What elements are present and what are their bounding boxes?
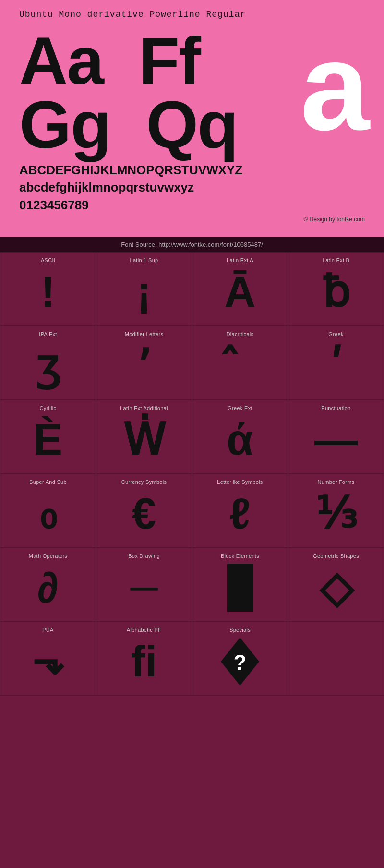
- grid-cell-alphabeticpf: Alphabetic PF ﬁ: [96, 622, 192, 696]
- grid-cell-punctuation: Punctuation —: [288, 400, 384, 474]
- cell-symbol-mathops: ∂: [37, 561, 59, 614]
- cell-label-numberforms: Number Forms: [318, 479, 355, 485]
- top-section: Ubuntu Mono derivative Powerline Regular…: [0, 0, 384, 237]
- cell-label-modifierletters: Modifier Letters: [125, 331, 164, 337]
- grid-row-6: PUA ⬎ Alphabetic PF ﬁ Specials ?: [0, 622, 384, 696]
- svg-text:?: ?: [234, 651, 247, 674]
- cell-label-ascii: ASCII: [41, 257, 55, 263]
- grid-cell-boxdrawing: Box Drawing ─: [96, 548, 192, 622]
- grid-cell-superandsub: Super And Sub ₀: [0, 474, 96, 548]
- letter-display-af: Aa Ff: [19, 29, 200, 93]
- cell-label-latinextb: Latin Ext B: [323, 257, 350, 263]
- grid-cell-modifierletters: Modifier Letters ʼ: [96, 326, 192, 400]
- cell-label-ipaext: IPA Ext: [39, 331, 57, 337]
- grid-cell-empty: [288, 622, 384, 696]
- grid-row-4: Super And Sub ₀ Currency Symbols € Lette…: [0, 474, 384, 548]
- grid-cell-greek: Greek ʹ: [288, 326, 384, 400]
- cell-symbol-punctuation: —: [314, 413, 358, 466]
- cell-label-letterlike: Letterlike Symbols: [217, 479, 263, 485]
- cell-label-alphabeticpf: Alphabetic PF: [127, 627, 161, 633]
- grid-cell-letterlike: Letterlike Symbols ℓ: [192, 474, 288, 548]
- cell-label-greekext: Greek Ext: [228, 405, 252, 411]
- cell-symbol-boxdrawing: ─: [131, 561, 158, 614]
- source-bar: Font Source: http://www.fontke.com/font/…: [0, 237, 384, 252]
- cell-symbol-latinexta: Ā: [225, 265, 256, 318]
- cell-symbol-letterlike: ℓ: [229, 487, 251, 540]
- cell-label-latinextadd: Latin Ext Additional: [120, 405, 168, 411]
- cell-symbol-superandsub: ₀: [39, 487, 57, 540]
- cell-label-blockelements: Block Elements: [221, 553, 259, 559]
- grid-cell-mathops: Math Operators ∂: [0, 548, 96, 622]
- alphabet-section: ABCDEFGHIJKLMNOPQRSTUVWXYZ abcdefghijklm…: [19, 161, 365, 214]
- cell-label-boxdrawing: Box Drawing: [128, 553, 160, 559]
- cell-symbol-specials: ?: [218, 635, 262, 688]
- cell-label-greek: Greek: [328, 331, 343, 337]
- uppercase-line: ABCDEFGHIJKLMNOPQRSTUVWXYZ: [19, 161, 365, 179]
- copyright-text: © Design by fontke.com: [19, 216, 365, 223]
- specials-icon: ?: [218, 635, 262, 688]
- big-letters-container: Aa Ff Gg Qq a: [19, 29, 365, 157]
- grid-cell-pua: PUA ⬎: [0, 622, 96, 696]
- cell-label-mathops: Math Operators: [29, 553, 68, 559]
- cell-symbol-latinextb: ƀ: [323, 265, 350, 318]
- cell-symbol-cyrillic: È: [34, 413, 62, 466]
- cell-symbol-numberforms: ⅓: [315, 487, 357, 540]
- grid-cell-latinexta: Latin Ext A Ā: [192, 252, 288, 326]
- cell-label-diacriticals: Diacriticals: [227, 331, 254, 337]
- grid-cell-numberforms: Number Forms ⅓: [288, 474, 384, 548]
- cell-symbol-blockelements: [227, 561, 253, 614]
- grid-cell-diacriticals: Diacriticals ̂: [192, 326, 288, 400]
- cell-label-pua: PUA: [42, 627, 54, 633]
- block-rect: [227, 564, 253, 612]
- cell-label-currency: Currency Symbols: [121, 479, 167, 485]
- cell-label-latin1sup: Latin 1 Sup: [130, 257, 158, 263]
- cell-label-geoshapes: Geometric Shapes: [313, 553, 359, 559]
- grid-row-5: Math Operators ∂ Box Drawing ─ Block Ele…: [0, 548, 384, 622]
- grid-cell-latinextb: Latin Ext B ƀ: [288, 252, 384, 326]
- cell-label-latinexta: Latin Ext A: [227, 257, 253, 263]
- numbers-line: 0123456789: [19, 196, 365, 214]
- letter-display-gq: Gg Qq: [19, 93, 238, 157]
- lowercase-line: abcdefghijklmnopqrstuvwxyz: [19, 179, 365, 196]
- grid-cell-latinextadd: Latin Ext Additional Ẇ: [96, 400, 192, 474]
- grid-cell-geoshapes: Geometric Shapes ◇: [288, 548, 384, 622]
- grid-cell-specials: Specials ?: [192, 622, 288, 696]
- grid-cell-ipaext: IPA Ext ʒ: [0, 326, 96, 400]
- grid-row-2: IPA Ext ʒ Modifier Letters ʼ Diacritical…: [0, 326, 384, 400]
- cell-symbol-greek: ʹ: [330, 339, 342, 392]
- grid-cell-ascii: ASCII !: [0, 252, 96, 326]
- cell-label-cyrillic: Cyrillic: [40, 405, 57, 411]
- grid-cell-latin1sup: Latin 1 Sup ¡: [96, 252, 192, 326]
- grid-cell-blockelements: Block Elements: [192, 548, 288, 622]
- big-a-white: a: [300, 24, 370, 149]
- cell-symbol-greekext: ά: [227, 413, 253, 466]
- cell-symbol-geoshapes: ◇: [320, 561, 353, 614]
- cell-symbol-latin1sup: ¡: [137, 265, 151, 318]
- cell-label-superandsub: Super And Sub: [29, 479, 67, 485]
- grid-cell-cyrillic: Cyrillic È: [0, 400, 96, 474]
- grid-cell-greekext: Greek Ext ά: [192, 400, 288, 474]
- cell-symbol-pua: ⬎: [32, 635, 64, 688]
- cell-symbol-alphabeticpf: ﬁ: [131, 635, 157, 688]
- grid-row-1: ASCII ! Latin 1 Sup ¡ Latin Ext A Ā Lati…: [0, 252, 384, 326]
- character-grid: ASCII ! Latin 1 Sup ¡ Latin Ext A Ā Lati…: [0, 252, 384, 696]
- cell-symbol-ascii: !: [41, 265, 55, 318]
- cell-symbol-ipaext: ʒ: [36, 339, 60, 392]
- grid-cell-currency: Currency Symbols €: [96, 474, 192, 548]
- cell-symbol-latinextadd: Ẇ: [123, 413, 166, 466]
- cell-label-punctuation: Punctuation: [321, 405, 350, 411]
- cell-label-specials: Specials: [229, 627, 251, 633]
- cell-symbol-currency: €: [132, 487, 156, 540]
- grid-row-3: Cyrillic È Latin Ext Additional Ẇ Greek …: [0, 400, 384, 474]
- cell-symbol-modifierletters: ʼ: [137, 339, 151, 392]
